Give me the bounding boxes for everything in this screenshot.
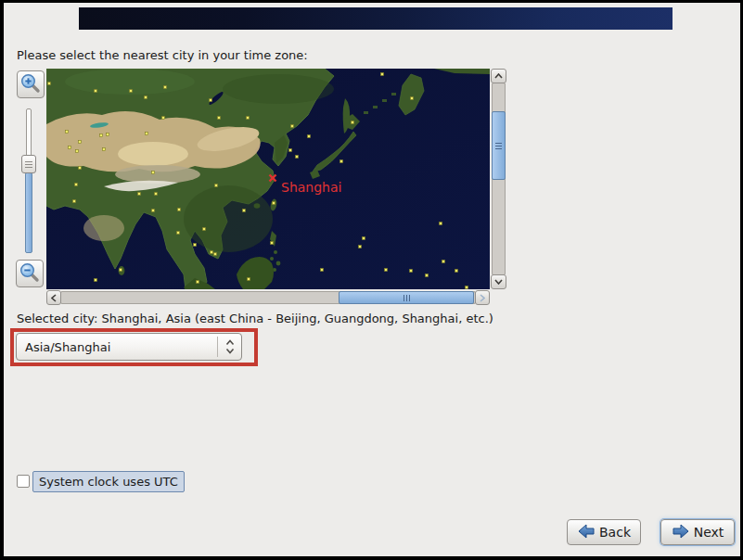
map-horizontal-scrollbar[interactable]: [46, 290, 490, 305]
installer-banner: [79, 7, 673, 30]
selected-city-text: Selected city: Shanghai, Asia (east Chin…: [17, 312, 493, 325]
installer-window: Please select the nearest city in your t…: [0, 0, 743, 560]
next-button-label: Next: [694, 525, 724, 540]
zoom-out-icon: [19, 261, 41, 286]
back-button-label: Back: [599, 525, 631, 540]
window-frame-left: [0, 0, 4, 560]
scroll-down-button[interactable]: [491, 274, 506, 289]
back-arrow-icon: [577, 524, 596, 541]
back-button[interactable]: Back: [567, 519, 641, 545]
timezone-combobox[interactable]: Asia/Shanghai: [16, 333, 242, 361]
map-zoom-slider-handle[interactable]: [21, 155, 36, 173]
utc-checkbox-label[interactable]: System clock uses UTC: [32, 471, 185, 492]
selected-city-map-label: Shanghai: [281, 180, 341, 195]
zoom-in-icon: [19, 72, 42, 97]
map-vertical-scrollbar[interactable]: [491, 69, 506, 289]
map-zoom-out-button[interactable]: [16, 260, 44, 287]
vscrollbar-thumb[interactable]: [492, 111, 506, 180]
timezone-combobox-value: Asia/Shanghai: [17, 340, 217, 354]
next-arrow-icon: [672, 524, 690, 541]
map-zoom-in-button[interactable]: [17, 70, 45, 98]
map-zoom-slider-fill[interactable]: [25, 172, 32, 253]
window-frame-bottom: [0, 556, 743, 560]
window-frame-top: [0, 0, 743, 3]
instruction-text: Please select the nearest city in your t…: [17, 48, 308, 62]
scroll-left-button[interactable]: [46, 290, 61, 305]
scroll-right-button[interactable]: [475, 290, 490, 305]
scroll-up-button[interactable]: [491, 69, 506, 83]
utc-checkbox[interactable]: [17, 475, 30, 488]
next-button[interactable]: Next: [660, 519, 735, 545]
timezone-map[interactable]: Shanghai: [46, 69, 490, 289]
combobox-updown-icon: [218, 339, 241, 354]
hscrollbar-thumb[interactable]: [339, 291, 474, 304]
